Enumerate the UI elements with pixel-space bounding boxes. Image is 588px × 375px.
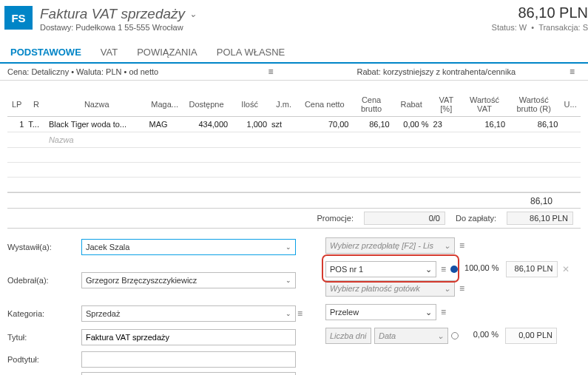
cell-vat: 23	[431, 117, 462, 132]
table-row-empty	[7, 148, 581, 163]
transfer-value: Przelew	[330, 308, 359, 317]
wystawil-label: Wystawił(a):	[7, 243, 81, 251]
menu-icon[interactable]: ≡	[564, 67, 581, 77]
table-row[interactable]: 1 T... Black Tiger woda to... MAG 434,00…	[7, 117, 581, 132]
kategoria-select[interactable]: Sprzedaż ⌄	[81, 305, 296, 322]
cell-rabat: 0,00 %	[392, 117, 431, 132]
chevron-down-icon: ⌄	[285, 277, 291, 284]
pos-value: POS nr 1	[330, 265, 363, 274]
transfer-select[interactable]: Przelew ⌄	[325, 304, 436, 320]
cell-cena-brutto: 86,10	[351, 117, 391, 132]
table-row-new[interactable]: Nazwa	[7, 132, 581, 148]
cell-jm: szt	[269, 117, 298, 132]
cell-r: T...	[26, 117, 47, 132]
promo-label: Promocje:	[312, 212, 358, 224]
transfer-percent[interactable]: 0,00 %	[462, 328, 502, 344]
header-total: 86,10 PLN	[492, 4, 588, 21]
doc-type-badge: FS	[4, 6, 33, 30]
chevron-down-icon: ⌄	[285, 310, 291, 317]
table-row-empty	[7, 178, 581, 192]
promo-row: Promocje: 0/0 Do zapłaty: 86,10 PLN	[7, 209, 581, 229]
podtytul-input[interactable]	[81, 351, 296, 368]
col-cena-netto[interactable]: Cena netto	[298, 92, 351, 117]
chevron-down-icon[interactable]: ⌄	[189, 9, 197, 19]
col-dostepne[interactable]: Dostępne	[183, 92, 230, 117]
cell-ilosc: 1,000	[230, 117, 269, 132]
status-dot-icon	[450, 266, 458, 273]
tab-powiazania[interactable]: POWIĄZANIA	[134, 42, 200, 62]
chevron-down-icon: ⌄	[425, 308, 432, 317]
col-rabat[interactable]: Rabat	[392, 92, 431, 117]
cash-placeholder: Wybierz płatność gotówk	[330, 284, 420, 293]
chevron-down-icon: ⌄	[444, 284, 450, 294]
date-select[interactable]: Data ⌄	[374, 328, 448, 344]
col-jm[interactable]: J.m.	[269, 92, 298, 117]
cell-wartosc-vat: 16,10	[462, 117, 507, 132]
col-wartosc-brutto[interactable]: Wartość brutto (R)	[507, 92, 560, 117]
chevron-down-icon: ⌄	[444, 241, 450, 251]
tab-pola-wlasne[interactable]: POLA WŁASNE	[214, 42, 288, 62]
tab-vat[interactable]: VAT	[98, 42, 121, 62]
menu-icon[interactable]: ≡	[458, 240, 466, 251]
cell-wartosc-brutto: 86,10	[507, 117, 560, 132]
pos-select[interactable]: POS nr 1 ⌄	[325, 261, 436, 277]
menu-icon[interactable]: ≡	[458, 283, 466, 294]
prepay-placeholder: Wybierz przedpłatę [F2] - Lis	[330, 241, 433, 250]
wystawil-select[interactable]: Jacek Szala ⌄	[81, 239, 296, 255]
days-input[interactable]: Liczba dni	[325, 328, 371, 344]
discount-summary: Rabat: korzystniejszy z kontrahenta/cenn…	[280, 67, 564, 76]
menu-icon[interactable]: ≡	[439, 307, 447, 317]
grid-sum-row: 86,10	[7, 192, 581, 209]
header-status: Status: W • Transakcja: S	[492, 23, 588, 32]
kategoria-value: Sprzedaż	[86, 309, 120, 318]
cell-u	[560, 117, 581, 132]
promo-value[interactable]: 0/0	[364, 212, 445, 225]
odebral-value: Grzegorz Brzęczyszczykiewicz	[86, 276, 197, 285]
grid-header-row: LP R Nazwa Maga... Dostępne Ilość J.m. C…	[7, 92, 581, 117]
date-placeholder: Data	[379, 331, 396, 340]
summary-bar: Cena: Detaliczny • Waluta: PLN • od nett…	[0, 64, 588, 81]
price-summary: Cena: Detaliczny • Waluta: PLN • od nett…	[7, 67, 262, 76]
cell-maga: MAG	[147, 117, 183, 132]
grid-sum: 86,10	[508, 196, 552, 206]
tytul-label: Tytuł:	[7, 333, 81, 342]
table-row-empty	[7, 163, 581, 178]
menu-icon[interactable]: ≡	[262, 67, 279, 77]
pos-amount[interactable]: 86,10 PLN	[506, 261, 558, 277]
col-ilosc[interactable]: Ilość	[230, 92, 269, 117]
menu-icon[interactable]: ≡	[296, 308, 325, 319]
odebral-label: Odebrał(a):	[7, 276, 81, 285]
cell-dostepne: 434,000	[183, 117, 230, 132]
col-vat[interactable]: VAT [%]	[431, 92, 462, 117]
cell-cena-netto: 70,00	[298, 117, 351, 132]
doc-title-text: Faktura VAT sprzedaży	[40, 6, 185, 22]
pos-percent[interactable]: 100,00 %	[461, 261, 502, 277]
new-item-hint: Nazwa	[47, 132, 147, 148]
days-placeholder: Liczba dni	[330, 331, 367, 340]
wystawil-value: Jacek Szala	[86, 243, 129, 251]
chevron-down-icon: ⌄	[425, 265, 432, 274]
podtytul-label: Podtytuł:	[7, 355, 81, 364]
status-dot-icon	[451, 332, 459, 339]
menu-icon[interactable]: ≡	[439, 264, 447, 274]
cash-select[interactable]: Wybierz płatność gotówk ⌄	[325, 280, 455, 297]
tab-bar: PODSTAWOWE VAT POWIĄZANIA POLA WŁASNE	[0, 38, 588, 64]
odebral-select[interactable]: Grzegorz Brzęczyszczykiewicz ⌄	[81, 272, 296, 288]
cell-lp: 1	[7, 117, 26, 132]
close-icon[interactable]: ✕	[561, 264, 571, 274]
chevron-down-icon: ⌄	[437, 331, 444, 341]
col-nazwa[interactable]: Nazwa	[47, 92, 147, 117]
tab-podstawowe[interactable]: PODSTAWOWE	[7, 42, 84, 62]
tytul-input[interactable]	[81, 329, 296, 345]
to-pay-label: Do zapłaty:	[451, 212, 501, 224]
transfer-amount[interactable]: 0,00 PLN	[505, 328, 557, 344]
uwagi-input[interactable]	[81, 372, 296, 375]
col-cena-brutto[interactable]: Cena brutto	[351, 92, 391, 117]
col-lp[interactable]: LP	[7, 92, 26, 117]
kategoria-label: Kategoria:	[7, 309, 81, 318]
col-r[interactable]: R	[26, 92, 47, 117]
col-u[interactable]: U...	[560, 92, 581, 117]
prepay-select[interactable]: Wybierz przedpłatę [F2] - Lis ⌄	[325, 237, 455, 254]
col-wartosc-vat[interactable]: Wartość VAT	[462, 92, 507, 117]
col-maga[interactable]: Maga...	[147, 92, 183, 117]
